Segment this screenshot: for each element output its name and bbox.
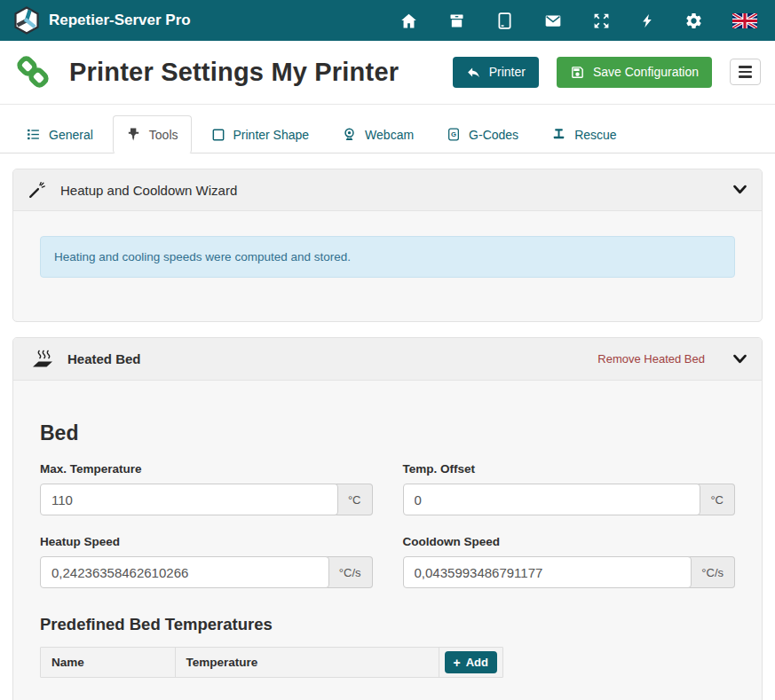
collapse-chevron-down-icon[interactable] xyxy=(732,184,747,196)
bed-section-title: Bed xyxy=(40,421,735,445)
unit-addon: °C xyxy=(697,484,735,515)
plus-icon: + xyxy=(454,657,461,669)
back-arrow-icon xyxy=(466,65,481,80)
heated-bed-icon xyxy=(28,349,54,369)
app-logo-icon xyxy=(13,6,40,35)
predefined-temperatures-table: Name Temperature + Add xyxy=(40,647,503,678)
field-max-temperature: Max. Temperature °C xyxy=(40,462,373,515)
add-temperature-button[interactable]: + Add xyxy=(445,651,497,673)
unit-addon: °C/s xyxy=(326,556,373,588)
column-header-temperature: Temperature xyxy=(176,648,439,677)
hamburger-icon xyxy=(739,66,752,67)
top-navbar: Repetier-Server Pro xyxy=(0,0,775,41)
fullscreen-arrows-icon[interactable] xyxy=(592,12,611,30)
predefined-bed-temperatures-title: Predefined Bed Temperatures xyxy=(40,615,735,634)
rescue-plunger-icon xyxy=(551,127,566,142)
bed-fields: Max. Temperature °C Temp. Offset °C Heat… xyxy=(40,462,735,588)
tab-label: Tools xyxy=(149,128,178,142)
page-title: Printer Settings My Printer xyxy=(69,58,399,87)
unit-addon: °C/s xyxy=(688,556,735,588)
tab-webcam[interactable]: Webcam xyxy=(328,115,427,153)
column-header-name: Name xyxy=(41,648,176,677)
svg-text:G: G xyxy=(451,130,456,138)
add-button-label: Add xyxy=(466,656,488,669)
field-temp-offset: Temp. Offset °C xyxy=(403,462,736,515)
heated-bed-panel: Heated Bed Remove Heated Bed Bed Max. Te… xyxy=(12,337,763,700)
printer-button-label: Printer xyxy=(489,65,526,79)
page-header: Printer Settings My Printer Printer Save… xyxy=(0,41,775,105)
home-icon[interactable] xyxy=(399,12,418,30)
remove-heated-bed-link[interactable]: Remove Heated Bed xyxy=(597,352,705,366)
printers-box-icon[interactable] xyxy=(447,12,466,30)
language-uk-flag-icon[interactable] xyxy=(732,13,757,28)
save-configuration-button[interactable]: Save Configuration xyxy=(557,57,712,88)
add-cell: + Add xyxy=(439,648,502,677)
max-temperature-input[interactable] xyxy=(40,484,338,515)
tab-tools[interactable]: Tools xyxy=(113,115,192,153)
field-heatup-speed: Heatup Speed °C/s xyxy=(40,535,373,588)
heatup-cooldown-wizard-panel: Heatup and Cooldown Wizard Heating and c… xyxy=(12,169,763,322)
tab-general[interactable]: General xyxy=(12,115,107,153)
list-icon xyxy=(26,127,41,142)
field-label: Cooldown Speed xyxy=(403,535,736,548)
extruder-tool-icon xyxy=(126,127,141,142)
collapse-chevron-down-icon[interactable] xyxy=(732,353,747,366)
square-outline-icon xyxy=(211,128,225,142)
link-chain-icon xyxy=(14,53,51,90)
tab-gcodes[interactable]: G G-Codes xyxy=(433,115,532,153)
unit-addon: °C xyxy=(335,484,373,515)
temp-offset-input[interactable] xyxy=(403,484,701,515)
gcode-icon: G xyxy=(447,127,461,142)
settings-tabs: General Tools Printer Shape Webcam G xyxy=(0,105,775,153)
global-settings-gear-icon[interactable] xyxy=(684,12,703,30)
field-cooldown-speed: Cooldown Speed °C/s xyxy=(403,535,736,588)
heated-bed-panel-body: Bed Max. Temperature °C Temp. Offset °C … xyxy=(13,381,762,700)
save-floppy-icon xyxy=(570,65,585,80)
heated-bed-panel-header[interactable]: Heated Bed Remove Heated Bed xyxy=(13,338,762,381)
field-label: Heatup Speed xyxy=(40,535,373,548)
wizard-panel-title: Heatup and Cooldown Wizard xyxy=(60,183,237,198)
tab-label: Printer Shape xyxy=(233,128,310,142)
navbar-icons xyxy=(399,12,762,30)
heatup-speed-input[interactable] xyxy=(40,556,329,588)
save-button-label: Save Configuration xyxy=(593,65,699,79)
wizard-panel-body: Heating and cooling speeds were computed… xyxy=(13,211,762,321)
magic-wand-icon xyxy=(28,180,47,200)
cooldown-speed-input[interactable] xyxy=(403,556,692,588)
printer-button[interactable]: Printer xyxy=(453,57,539,88)
field-label: Temp. Offset xyxy=(403,462,736,476)
tab-label: General xyxy=(49,128,93,142)
menu-button[interactable] xyxy=(730,59,761,84)
webcam-icon xyxy=(342,127,357,142)
heated-bed-panel-title: Heated Bed xyxy=(67,351,141,366)
wizard-panel-header[interactable]: Heatup and Cooldown Wizard xyxy=(13,169,762,211)
quick-commands-bolt-icon[interactable] xyxy=(640,12,655,30)
models-tablet-icon[interactable] xyxy=(495,12,514,30)
tab-printer-shape[interactable]: Printer Shape xyxy=(198,116,323,153)
brand[interactable]: Repetier-Server Pro xyxy=(13,6,191,35)
info-alert: Heating and cooling speeds were computed… xyxy=(40,236,735,278)
tab-label: Webcam xyxy=(365,128,414,142)
tab-label: G-Codes xyxy=(469,128,518,142)
tab-rescue[interactable]: Rescue xyxy=(538,115,629,153)
brand-title: Repetier-Server Pro xyxy=(49,12,191,29)
field-label: Max. Temperature xyxy=(40,462,373,476)
messages-envelope-icon[interactable] xyxy=(543,12,563,30)
tab-label: Rescue xyxy=(574,128,616,142)
header-buttons: Printer Save Configuration xyxy=(453,57,761,88)
